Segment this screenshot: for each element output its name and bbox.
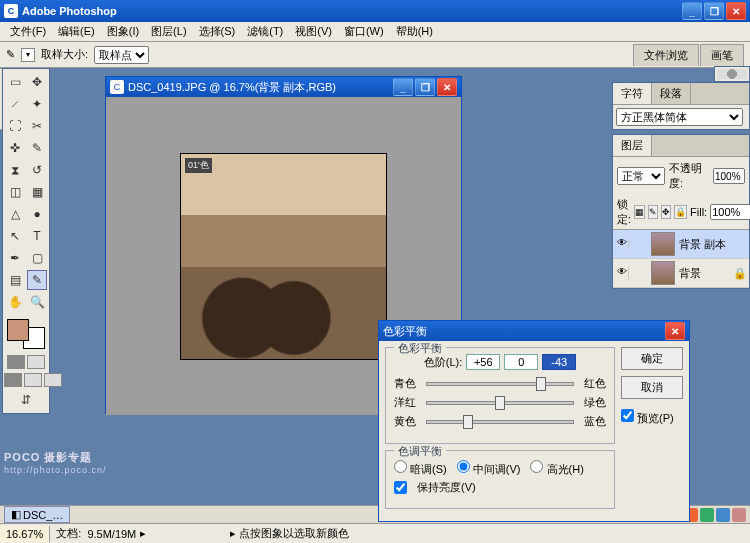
opacity-input[interactable] [713,168,745,184]
marquee-tool[interactable]: ▭ [5,72,25,92]
ok-button[interactable]: 确定 [621,347,683,370]
dialog-close-button[interactable]: ✕ [665,322,685,340]
dodge-tool[interactable]: ● [27,204,47,224]
move-tool[interactable]: ✥ [27,72,47,92]
toolbox: ▭ ✥ ⟋ ✦ ⛶ ✂ ✜ ✎ ⧗ ↺ ◫ ▦ △ ● ↖ T ✒ ▢ ▤ ✎ … [2,68,50,414]
screen-full-button[interactable] [44,373,62,387]
cancel-button[interactable]: 取消 [621,376,683,399]
path-tool[interactable]: ↖ [5,226,25,246]
tab-layers[interactable]: 图层 [613,135,652,156]
menu-layer[interactable]: 图层(L) [145,22,192,41]
lasso-tool[interactable]: ⟋ [5,94,25,114]
layer-row[interactable]: 👁 背景 🔒 [613,259,749,288]
tab-character[interactable]: 字符 [613,83,652,104]
fill-input[interactable] [710,204,750,220]
type-tool[interactable]: T [27,226,47,246]
shadows-radio[interactable]: 暗调(S) [394,460,447,477]
menu-window[interactable]: 窗口(W) [338,22,390,41]
blend-mode-select[interactable]: 正常 [617,167,665,185]
level-1-input[interactable] [466,354,500,370]
doc-minimize-button[interactable]: _ [393,78,413,96]
layer-thumbnail [651,261,675,285]
midtones-radio[interactable]: 中间调(V) [457,460,521,477]
lock-label: 锁定: [617,197,631,227]
shape-tool[interactable]: ▢ [27,248,47,268]
lock-icon: 🔒 [733,267,747,280]
blur-tool[interactable]: △ [5,204,25,224]
minimize-button[interactable]: _ [682,2,702,20]
opacity-label: 不透明度: [669,161,709,191]
eyedropper-tool[interactable]: ✎ [27,270,47,290]
doc-maximize-button[interactable]: ❐ [415,78,435,96]
standard-mode-button[interactable] [7,355,25,369]
doc-task-icon: ◧ [11,508,21,521]
crop-tool[interactable]: ⛶ [5,116,25,136]
tab-brushes[interactable]: 画笔 [700,44,744,66]
notes-tool[interactable]: ▤ [5,270,25,290]
color-balance-group: 色彩平衡 色阶(L): 青色 红色 洋红 [385,347,615,444]
layer-row[interactable]: 👁 背景 副本 [613,230,749,259]
wand-tool[interactable]: ✦ [27,94,47,114]
red-label: 红色 [578,376,606,391]
tab-file-browser[interactable]: 文件浏览 [633,44,699,66]
color-swatches[interactable] [5,317,47,351]
slice-tool[interactable]: ✂ [27,116,47,136]
heal-tool[interactable]: ✜ [5,138,25,158]
tab-paragraph[interactable]: 段落 [652,83,691,104]
history-brush-tool[interactable]: ↺ [27,160,47,180]
character-panel: 字符 段落 方正黑体简体 [612,82,750,130]
lock-pos-icon[interactable]: ✥ [661,205,671,219]
eraser-tool[interactable]: ◫ [5,182,25,202]
menu-file[interactable]: 文件(F) [4,22,52,41]
sample-size-label: 取样大小: [41,47,88,62]
tool-preset-dropdown[interactable]: ▾ [21,48,35,62]
preserve-lum-checkbox[interactable]: 保持亮度(V) [394,480,606,495]
navigator-thumb[interactable] [714,66,750,82]
menu-image[interactable]: 图象(I) [101,22,145,41]
tray-icon-2[interactable] [700,508,714,522]
doc-task-item[interactable]: ◧ DSC_… [4,506,70,523]
watermark: POCO 摄影专题 http://photo.poco.cn/ [4,448,107,475]
gradient-tool[interactable]: ▦ [27,182,47,202]
magenta-green-slider[interactable] [426,401,574,405]
doc-close-button[interactable]: ✕ [437,78,457,96]
zoom-tool[interactable]: 🔍 [27,292,47,312]
cyan-red-slider[interactable] [426,382,574,386]
lock-paint-icon[interactable]: ✎ [648,205,658,219]
sample-size-select[interactable]: 取样点 [94,46,149,64]
quickmask-mode-button[interactable] [27,355,45,369]
tray-icon-3[interactable] [716,508,730,522]
menu-edit[interactable]: 编辑(E) [52,22,101,41]
chevron-right-icon[interactable]: ▸ [136,527,150,540]
jump-imageready-button[interactable]: ⇵ [5,390,47,410]
layer-name: 背景 [679,266,701,281]
menu-help[interactable]: 帮助(H) [390,22,439,41]
screen-full-menu-button[interactable] [24,373,42,387]
hand-tool[interactable]: ✋ [5,292,25,312]
foreground-swatch[interactable] [7,319,29,341]
statusbar: 16.67% 文档: 9.5M/19M ▸ ▸ 点按图象以选取新颜色 [0,523,750,543]
screen-standard-button[interactable] [4,373,22,387]
doc-icon: C [110,80,124,94]
visibility-icon[interactable]: 👁 [615,266,629,280]
pen-tool[interactable]: ✒ [5,248,25,268]
visibility-icon[interactable]: 👁 [615,237,629,251]
menu-select[interactable]: 选择(S) [193,22,242,41]
highlights-radio[interactable]: 高光(H) [530,460,583,477]
level-2-input[interactable] [504,354,538,370]
tray-icon-4[interactable] [732,508,746,522]
maximize-button[interactable]: ❐ [704,2,724,20]
close-button[interactable]: ✕ [726,2,746,20]
lock-trans-icon[interactable]: ▦ [634,205,645,219]
brush-tool[interactable]: ✎ [27,138,47,158]
menu-view[interactable]: 视图(V) [289,22,338,41]
yellow-blue-slider[interactable] [426,420,574,424]
menu-filter[interactable]: 滤镜(T) [241,22,289,41]
lock-all-icon[interactable]: 🔒 [674,205,687,219]
preview-checkbox[interactable]: 预览(P) [621,409,683,426]
app-titlebar: C Adobe Photoshop _ ❐ ✕ [0,0,750,22]
stamp-tool[interactable]: ⧗ [5,160,25,180]
level-3-input[interactable] [542,354,576,370]
font-select[interactable]: 方正黑体简体 [616,108,743,126]
zoom-level[interactable]: 16.67% [0,526,50,542]
